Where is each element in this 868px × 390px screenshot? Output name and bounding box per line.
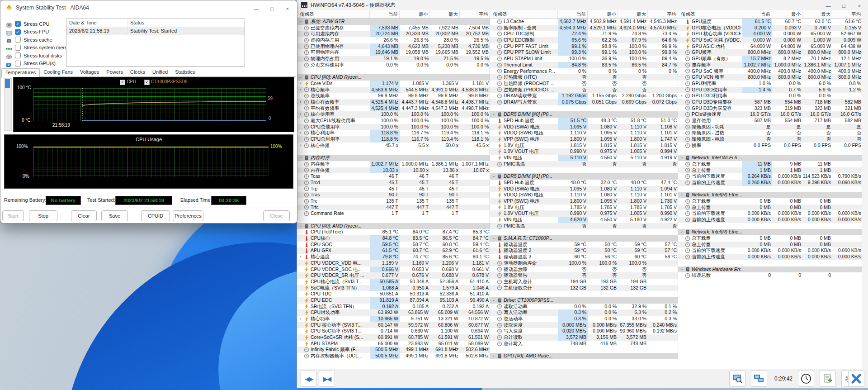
sensor-row[interactable]: 分页文件使用率0.0 %0.0 %0.0 %0.0 %: [297, 62, 490, 68]
log-column-header[interactable]: Status: [127, 19, 144, 27]
sensor-list-scrollbar[interactable]: [4, 78, 12, 131]
chevron-right-icon[interactable]: ›: [298, 316, 302, 322]
sensor-row[interactable]: 总线频率99.8 MHz99.8 MHz99.8 MHz99.8 MHz: [297, 93, 490, 99]
sensor-row[interactable]: 读取速度0.000 MB/s0.000 MB/s67.355 MB/s0.240…: [490, 322, 678, 328]
sensor-row[interactable]: GPU频率800.0 MHz800.0 MHz800.0 MHz800.0 MH…: [678, 49, 863, 56]
chevron-down-icon[interactable]: ›: [297, 76, 304, 80]
sensor-row[interactable]: 总活动率0.3 %0.0 %33.0 %0.3 %: [490, 316, 678, 322]
sensor-row[interactable]: 可用虚拟内存20,724 MB20,334 MB20,802 MB20,752 …: [297, 31, 490, 37]
close-icon[interactable]: ×: [853, 3, 866, 9]
chevron-right-icon[interactable]: ›: [298, 81, 302, 87]
sensor-section-header[interactable]: ›系统: AZW GTR: [297, 19, 490, 25]
sensor-row[interactable]: 错误总数000: [678, 272, 863, 279]
close-button[interactable]: Close: [263, 210, 290, 221]
sensor-row[interactable]: ›Core VIDs1.174 V1.085 V1.365 V1.181 V: [297, 81, 490, 87]
sensor-row[interactable]: 已提交虚拟内存7,533 MB7,455 MB7,922 MB7,504 MB: [297, 25, 490, 31]
sensor-row[interactable]: GPU温度61.5 °C60.7 °C63.0 °C61.6 °C: [678, 19, 863, 25]
sensor-row[interactable]: 降频原因 - 电流否否否否: [678, 136, 863, 143]
sensor-row[interactable]: 总下载量0 MB0 MB0 MB: [678, 198, 863, 205]
sensor-row[interactable]: 过热降频 (PROCHOT ...否否否: [490, 87, 678, 93]
sensor-section-header[interactable]: ›S.M.A.R.T.: CT1000P...: [490, 235, 678, 242]
sensor-row[interactable]: 1.0V VOUT 电压0.990 V0.975 V1.005 V0.990 V: [490, 210, 678, 217]
sensor-row[interactable]: 写入速度0.020 MB/s0.000 MB/s90.960 MB/s0.192…: [490, 328, 678, 334]
minimize-icon[interactable]: —: [821, 3, 835, 9]
sensor-row[interactable]: CPU PPT SLOW Limit99.3 %99.1 %100.0 %99.…: [490, 49, 678, 56]
sensor-row[interactable]: 虚拟内存占用26.6 %26.3 %28.0 %26.5 %: [297, 37, 490, 43]
sensor-section-header[interactable]: ›DDR5 DIMM [#1] (P0...: [490, 173, 678, 180]
sensor-row[interactable]: CPU (Tctl/Tdie)85.1 °C84.0 °C87.4 °C85.3…: [297, 229, 490, 235]
sensor-row[interactable]: CPU核心84.8 °C83.5 °C86.5 °C84.7 °C: [297, 235, 490, 242]
sensor-row[interactable]: GPU ASIC 功耗64.000 W64.000 W65.000 W64.43…: [678, 43, 863, 50]
sensor-row[interactable]: ›核心有效频率4,525.4 MHz4,443.7 MHz4,548.8 MHz…: [297, 99, 490, 105]
sensor-row[interactable]: VPP (SWC) 电压1.800 V1.095 V1.800 V1.747 V: [490, 136, 678, 143]
sensor-row[interactable]: 已使用物理内存4,643 MB4,623 MB5,230 MB4,736 MB: [297, 43, 490, 50]
sensor-row[interactable]: GPU SoC 频率400.0 MHz400.0 MHz400.0 MHz400…: [678, 68, 863, 75]
clock-button[interactable]: [798, 371, 814, 387]
checkbox-icon[interactable]: ✓: [15, 29, 21, 35]
column-header[interactable]: 最大: [802, 10, 832, 18]
sensor-row[interactable]: CPU SoC功率 (SVI3 T...0.714 W0.630 W1.100 …: [297, 328, 490, 334]
stress-option-gpu[interactable]: Stress GPU(s): [6, 60, 56, 67]
checkbox-icon[interactable]: [15, 37, 21, 43]
sensor-row[interactable]: 总上传量0 MB0 MB0 MB: [678, 242, 863, 248]
sensor-row[interactable]: GPU D3D专用显存587 MB554 MB718 MB582 MB: [678, 99, 863, 105]
sensor-section-header[interactable]: ›Network: Intel(R) Ethe...: [678, 192, 863, 198]
column-header[interactable]: 传感器: [678, 10, 742, 18]
stop-button[interactable]: Stop: [29, 210, 57, 221]
sensor-row[interactable]: CPU VDDCR_SOC 电...0.666 V0.653 V0.698 V0…: [297, 266, 490, 273]
sensor-row[interactable]: 平均有效频率4,525.4 MHz4,447.3 MHz4,547.3 MHz4…: [297, 105, 490, 112]
column-header[interactable]: 最大: [618, 10, 648, 18]
hwinfo-titlebar[interactable]: HWiNFO64 v7.43-5045 - 传感器状态 — □ ×: [297, 0, 868, 10]
sensor-row[interactable]: 驱动器温度59 °C50 °C59 °C57 °C: [490, 242, 678, 248]
sensor-section-header[interactable]: ›CPU [#0]: AMD Ryzen...: [297, 223, 490, 229]
legend-item-ssd[interactable]: ✓ CT1000P3PSSD8: [144, 79, 187, 85]
sensor-row[interactable]: 当前的上传速度0.000 KB/s0.000 KB/s0.000 KB/s0.0…: [678, 217, 863, 223]
stress-option-cache[interactable]: Stress cache: [6, 36, 52, 43]
sensor-row[interactable]: 1.8V 电压1.785 V1.785 V1.785 V1.785 V: [490, 205, 678, 211]
sensor-row[interactable]: VDDQ (SWB) 电压1.110 V1.095 V1.110 V1.101 …: [490, 130, 678, 136]
sensor-row[interactable]: SPD Hub 温度48.0 °C32.0 °C48.0 °C47.4 °C: [490, 180, 678, 186]
tab-clocks[interactable]: Clocks: [127, 68, 149, 77]
legend-item-cpu[interactable]: ✓ CPU: [120, 79, 136, 85]
expand-columns-button[interactable]: ◀▶: [301, 371, 317, 387]
report-button[interactable]: [820, 371, 836, 387]
sensor-row[interactable]: APU STAPM65.000 W23.983 W65.011 W58.089 …: [297, 341, 490, 347]
sensor-row[interactable]: CPU SOC59.5 °C58.7 °C60.8 °C59.4 °C: [297, 242, 490, 248]
chevron-down-icon[interactable]: ›: [491, 354, 497, 358]
sensor-row[interactable]: 当前的下载速度0.264 KB/s0.000 KB/s114.523 KB/s0…: [678, 173, 863, 180]
close-sensors-button[interactable]: [848, 371, 864, 387]
sensor-row[interactable]: CPU核心电流（SVI3 T...50.585 A50.348 A52.356 …: [297, 279, 490, 285]
sensor-row[interactable]: 1.8V 电压1.815 V1.815 V1.815 V1.815 V: [490, 143, 678, 149]
chevron-right-icon[interactable]: ›: [679, 93, 684, 99]
sensor-row[interactable]: 总下载量11 MB9 MB11 MB: [678, 161, 863, 167]
sensor-row[interactable]: Infinity Fabric 频率 (F...500.5 MHz499.1 M…: [297, 347, 490, 353]
stress-option-fpu[interactable]: 123✓Stress FPU: [6, 29, 49, 35]
collapse-columns-button[interactable]: ▶◀: [319, 371, 335, 387]
column-header[interactable]: 最小: [772, 10, 802, 18]
sensor-row[interactable]: 过热降频 (PROCHOT ...否否否: [490, 81, 678, 87]
sensor-row[interactable]: ›核心频率4,563.6 MHz544.5 MHz4,991.0 MHz4,53…: [297, 87, 490, 93]
sensor-row[interactable]: 内存频率1,002.7 MHz1,000.0 MHz1,386.1 MHz1,0…: [297, 161, 490, 167]
sensor-row[interactable]: 总计读取3,572 MB3,156 MB3,572 MB: [490, 334, 678, 341]
column-header[interactable]: 最小: [588, 10, 618, 18]
tab-powers[interactable]: Powers: [103, 68, 127, 77]
tab-voltages[interactable]: Voltages: [76, 68, 103, 77]
chevron-down-icon[interactable]: ›: [491, 298, 497, 302]
log-column-header[interactable]: Date & Time: [66, 19, 127, 27]
chevron-down-icon[interactable]: ›: [679, 267, 685, 271]
sensor-row[interactable]: GPU 核心功率 (VDDCR...4.000 W0.000 W65.000 W…: [678, 31, 863, 37]
sensor-row[interactable]: GPU利用率1.0 %0.0 %6.0 %0.8 %: [678, 81, 863, 87]
maximize-icon[interactable]: □: [837, 3, 851, 9]
sensor-row[interactable]: PCIe链接速度16.0 GT/s16.0 GT/s16.0 GT/s16.0 …: [678, 111, 863, 118]
sensor-section-header[interactable]: ›Network: Intel(R) Ethe...: [678, 229, 863, 235]
sensor-row[interactable]: 总上传量0 MB0 MB0 MB: [678, 205, 863, 211]
sensor-row[interactable]: VDDQ (SWB) 电压1.110 V1.080 V1.110 V1.101 …: [490, 192, 678, 198]
chevron-right-icon[interactable]: ›: [298, 143, 302, 149]
clear-button[interactable]: Clear: [71, 210, 97, 221]
tab-temperatures[interactable]: Temperatures: [1, 68, 40, 78]
sensor-row[interactable]: GPU核心电压（VDDCR...0.200 V0.093 V0.700 V0.1…: [678, 25, 863, 31]
sensor-row[interactable]: GPU D3D共享显存323 MB319 MB323 MB321 MB: [678, 105, 863, 112]
chevron-down-icon[interactable]: ›: [491, 236, 497, 240]
sensor-row[interactable]: DRAM读取带宽1.192 Gbps1.155 Gbps2.280 Gbps1.…: [490, 93, 678, 99]
sensor-row[interactable]: 驱动器剩余寿命100.0 %100.0 %100.0 %: [490, 260, 678, 266]
